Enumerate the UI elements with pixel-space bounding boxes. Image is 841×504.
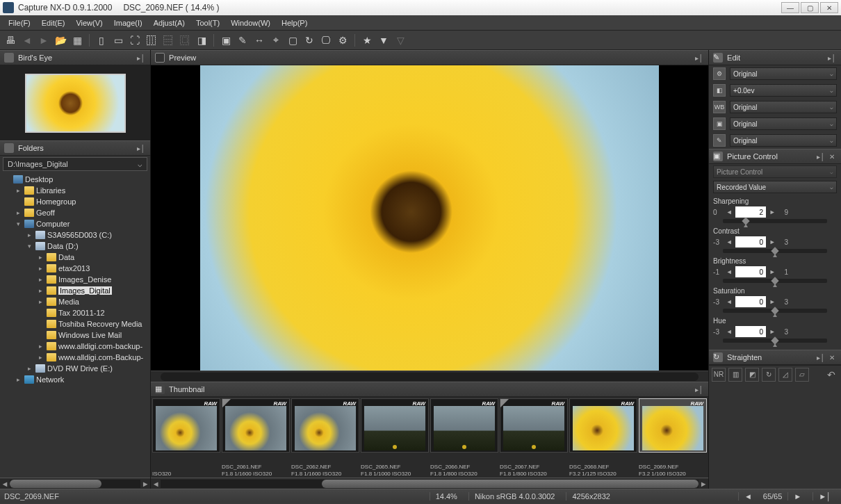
- preview-area[interactable]: [151, 65, 708, 371]
- tree-item[interactable]: ▾Data (D:): [0, 241, 150, 252]
- thumbnail-item[interactable]: RAW: [361, 398, 429, 453]
- menu-help[interactable]: Help(P): [276, 17, 313, 29]
- decrease-icon[interactable]: ◄: [726, 328, 733, 335]
- status-prev-icon[interactable]: ◄: [738, 492, 758, 501]
- slider-value[interactable]: 2: [735, 206, 766, 218]
- open-folder-icon[interactable]: 📂: [54, 34, 67, 47]
- preview-scrollbar[interactable]: [151, 371, 708, 382]
- fullscreen-icon[interactable]: ⛶: [129, 34, 141, 47]
- collapse-icon[interactable]: ▸│: [136, 143, 146, 153]
- close-panel-icon[interactable]: ✕: [827, 152, 837, 161]
- compare-icon[interactable]: ⿲: [145, 34, 158, 47]
- edit-dropdown[interactable]: Original⌵: [730, 134, 837, 147]
- thumbnail-item[interactable]: RAW: [430, 398, 498, 453]
- birdseye-view[interactable]: [0, 65, 150, 140]
- crop-icon[interactable]: ⌖: [270, 34, 282, 47]
- menu-window[interactable]: Window(W): [225, 17, 276, 29]
- monitor-icon[interactable]: 🖵: [320, 34, 332, 47]
- collapse-icon[interactable]: ▸│: [694, 53, 704, 63]
- thumbnail-item[interactable]: RAW: [500, 398, 568, 453]
- tree-item[interactable]: ▸DVD RW Drive (E:): [0, 363, 150, 374]
- layout2-icon[interactable]: ▭: [112, 34, 124, 47]
- tree-item[interactable]: ▸www.alldigi.com-backup-: [0, 341, 150, 352]
- slider-track[interactable]: [723, 279, 827, 283]
- path-bar[interactable]: D:\Images_Digital ⌵: [3, 157, 147, 171]
- collapse-icon[interactable]: ▸│: [827, 53, 837, 63]
- star-icon[interactable]: ★: [361, 34, 373, 47]
- lens-icon[interactable]: ▱: [795, 368, 809, 382]
- tree-item[interactable]: ▸Libraries: [0, 185, 150, 196]
- expand-icon[interactable]: ▸│: [816, 352, 826, 362]
- slider-track[interactable]: [723, 219, 827, 223]
- menu-adjust[interactable]: Adjust(A): [148, 17, 190, 29]
- layout1-icon[interactable]: ▯: [95, 34, 108, 47]
- filter-icon[interactable]: ▼: [377, 34, 390, 47]
- edit-dropdown[interactable]: Original⌵: [730, 117, 837, 130]
- tree-item[interactable]: Toshiba Recovery Media: [0, 318, 150, 330]
- close-panel-icon[interactable]: ✕: [827, 352, 837, 362]
- tree-item[interactable]: ▸Media: [0, 296, 150, 307]
- tree-item[interactable]: ▸www.alldigi.com-Backup-: [0, 352, 150, 363]
- thumbnail-item[interactable]: RAW: [152, 398, 220, 453]
- expand-icon[interactable]: ▸│: [816, 152, 826, 161]
- pc-type-dropdown[interactable]: Picture Control⌵: [713, 165, 837, 178]
- edit-dropdown[interactable]: Original⌵: [730, 101, 837, 113]
- tree-item[interactable]: ▸Images_Digital: [0, 285, 150, 296]
- slider-value[interactable]: 0: [735, 296, 766, 307]
- edit-dropdown[interactable]: +0.0ev⌵: [730, 84, 837, 97]
- slider-track[interactable]: [723, 339, 827, 343]
- tree-item[interactable]: Windows Live Mail: [0, 330, 150, 341]
- status-end-icon[interactable]: ►│: [813, 492, 837, 501]
- compare4-icon[interactable]: ◨: [195, 34, 208, 47]
- menu-tool[interactable]: Tool(T): [190, 17, 225, 29]
- pc-value-dropdown[interactable]: Recorded Value⌵: [713, 181, 837, 193]
- levels-icon[interactable]: ◩: [745, 368, 759, 382]
- nr-icon[interactable]: NR: [712, 368, 726, 382]
- tree-item[interactable]: ▸Data: [0, 252, 150, 263]
- slider-value[interactable]: 0: [735, 236, 766, 247]
- tree-item[interactable]: ▾Computer: [0, 218, 150, 229]
- tree-scrollbar[interactable]: ◄ ►: [0, 478, 150, 489]
- increase-icon[interactable]: ►: [769, 209, 776, 216]
- tree-item[interactable]: ▸Images_Denise: [0, 274, 150, 285]
- menu-image[interactable]: Image(I): [108, 17, 148, 29]
- chevron-down-icon[interactable]: ⌵: [138, 160, 142, 169]
- tree-item[interactable]: Tax 20011-12: [0, 307, 150, 318]
- folder-tree[interactable]: Desktop▸LibrariesHomegroup▸Geoff▾Compute…: [0, 172, 150, 478]
- decrease-icon[interactable]: ◄: [726, 268, 733, 275]
- thumbnail-item[interactable]: RAW: [222, 398, 290, 453]
- menu-file[interactable]: File(F): [3, 17, 36, 29]
- slider-value[interactable]: 0: [735, 326, 766, 337]
- slider-track[interactable]: [723, 309, 827, 313]
- eyedropper-icon[interactable]: ✎: [236, 34, 249, 47]
- tree-item[interactable]: ▸S3A9565D003 (C:): [0, 229, 150, 241]
- increase-icon[interactable]: ►: [769, 238, 776, 245]
- app-icon-tool[interactable]: ▢: [286, 34, 299, 47]
- settings-icon[interactable]: ⚙: [336, 34, 349, 47]
- grid-icon[interactable]: ▦: [71, 34, 83, 47]
- decrease-icon[interactable]: ◄: [726, 298, 733, 305]
- thumbnail-item[interactable]: RAW: [291, 398, 359, 453]
- thumbnail-strip[interactable]: RAWRAWRAWRAWRAWRAWRAWRAW: [151, 397, 708, 464]
- decrease-icon[interactable]: ◄: [726, 238, 733, 245]
- print-icon[interactable]: 🖶: [4, 34, 17, 47]
- hand-icon[interactable]: ↔: [253, 34, 266, 47]
- close-button[interactable]: ✕: [820, 2, 838, 13]
- collapse-icon[interactable]: ▸│: [694, 384, 704, 394]
- thumb-scrollbar[interactable]: ◄ ►: [151, 478, 708, 489]
- edit-dropdown[interactable]: Original⌵: [730, 67, 837, 80]
- thumbnail-item[interactable]: RAW: [569, 398, 637, 453]
- menu-view[interactable]: View(V): [70, 17, 108, 29]
- tree-item[interactable]: ▸etax2013: [0, 263, 150, 274]
- select-icon[interactable]: ▣: [220, 34, 232, 47]
- maximize-button[interactable]: ▢: [801, 2, 819, 13]
- tone-icon[interactable]: ▥: [728, 368, 742, 382]
- status-next-icon[interactable]: ►: [787, 492, 807, 501]
- decrease-icon[interactable]: ◄: [726, 209, 733, 216]
- increase-icon[interactable]: ►: [769, 328, 776, 335]
- menu-edit[interactable]: Edit(E): [36, 17, 71, 29]
- increase-icon[interactable]: ►: [769, 268, 776, 275]
- increase-icon[interactable]: ►: [769, 298, 776, 305]
- undo-icon[interactable]: ↶: [824, 368, 838, 382]
- tree-item[interactable]: ▸Network: [0, 374, 150, 385]
